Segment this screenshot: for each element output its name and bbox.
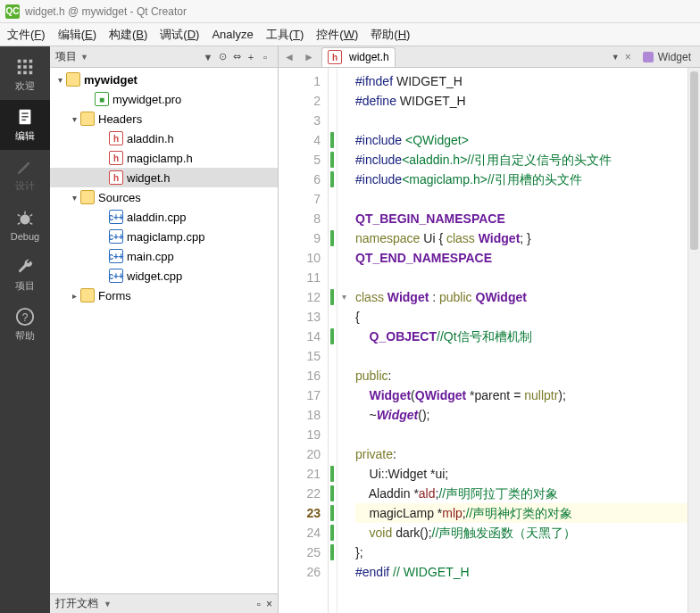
document-icon [15, 107, 35, 127]
tree-label: main.cpp [127, 250, 174, 263]
svg-rect-6 [18, 71, 21, 75]
tree-label: widget.cpp [127, 269, 182, 283]
folder-icon [80, 288, 95, 302]
tree-item-c3[interactable]: c++main.cpp [50, 246, 278, 266]
tree-item-root[interactable]: ▾mywidget [50, 70, 278, 89]
cpp-icon: c++ [109, 229, 123, 244]
line-numbers: 1234567891011121314151617181920212223242… [279, 68, 329, 613]
menu-tools[interactable]: 工具(T) [266, 27, 304, 43]
project-tree[interactable]: ▾mywidget■mywidget.pro▾Headershaladdin.h… [50, 68, 278, 593]
menu-edit[interactable]: 编辑(E) [58, 27, 96, 43]
tree-item-sources[interactable]: ▾Sources [50, 187, 278, 207]
header-file-icon: h [328, 50, 342, 64]
close-icon[interactable]: × [266, 598, 272, 610]
menu-widgets[interactable]: 控件(W) [316, 27, 358, 43]
bug-icon [15, 209, 35, 228]
svg-rect-11 [21, 116, 28, 117]
folder-icon [80, 112, 95, 126]
expand-icon[interactable]: ▸ [68, 291, 80, 301]
tree-label: aladdin.h [127, 132, 174, 145]
tree-item-c4[interactable]: c++widget.cpp [50, 266, 278, 286]
tree-item-forms[interactable]: ▸Forms [50, 286, 278, 305]
folder-icon [66, 72, 80, 87]
class-icon [642, 51, 654, 63]
h-icon: h [109, 170, 123, 185]
mode-projects[interactable]: 项目 [0, 250, 50, 300]
pro-icon: ■ [95, 92, 109, 106]
link-icon[interactable]: ⇔ [229, 50, 244, 64]
close-icon[interactable]: × [625, 51, 631, 63]
expand-icon[interactable]: ▾ [68, 193, 80, 203]
svg-rect-10 [21, 112, 28, 113]
filter-icon[interactable]: ▼ [201, 50, 215, 64]
mode-help[interactable]: ? 帮助 [0, 300, 50, 350]
code-area[interactable]: 1234567891011121314151617181920212223242… [279, 68, 700, 613]
tree-item-h2[interactable]: hmagiclamp.h [50, 148, 278, 168]
scrollbar[interactable] [688, 68, 700, 613]
cpp-icon: c++ [109, 210, 123, 224]
menu-analyze[interactable]: Analyze [212, 28, 253, 41]
add-icon[interactable]: + [244, 50, 258, 64]
change-marks [329, 68, 338, 613]
expand-icon[interactable]: ▾ [68, 114, 80, 124]
app-logo-icon: QC [5, 4, 20, 19]
cpp-icon: c++ [109, 249, 123, 263]
svg-point-13 [21, 214, 30, 224]
tree-item-pro[interactable]: ■mywidget.pro [50, 89, 278, 109]
editor-toolbar: ◄ ► h widget.h ▼ × Widget [279, 46, 700, 68]
chevron-down-icon[interactable]: ▼ [80, 53, 88, 62]
tree-label: widget.h [127, 171, 170, 185]
file-tab[interactable]: h widget.h [321, 47, 396, 67]
mode-edit[interactable]: 编辑 [0, 100, 50, 150]
code-content[interactable]: #ifndef WIDGET_H#define WIDGET_H #includ… [350, 68, 688, 613]
split-icon[interactable]: ▫ [257, 598, 261, 610]
chevron-down-icon[interactable]: ▼ [104, 600, 112, 609]
tree-item-c1[interactable]: c++aladdin.cpp [50, 207, 278, 227]
mode-design[interactable]: 设计 [0, 150, 50, 200]
sync-icon[interactable]: ⊙ [215, 50, 229, 64]
h-icon: h [109, 151, 123, 165]
symbol-context[interactable]: Widget [637, 51, 696, 63]
editor-pane: ◄ ► h widget.h ▼ × Widget 12345678910111… [279, 46, 700, 613]
expand-icon[interactable]: ▾ [54, 75, 66, 85]
title-bar: QC widget.h @ mywidget - Qt Creator [0, 0, 700, 23]
tree-item-headers[interactable]: ▾Headers [50, 109, 278, 128]
window-title: widget.h @ mywidget - Qt Creator [25, 5, 187, 18]
menu-debug[interactable]: 调试(D) [160, 27, 199, 43]
folder-icon [80, 190, 95, 204]
split-icon[interactable]: ▫ [258, 50, 272, 64]
tree-item-c2[interactable]: c++magiclamp.cpp [50, 227, 278, 246]
mode-bar: 欢迎 编辑 设计 Debug 项目 ? 帮助 [0, 46, 50, 613]
open-documents-label[interactable]: 打开文档 [55, 596, 98, 611]
wrench-icon [15, 257, 35, 277]
menu-help[interactable]: 帮助(H) [371, 27, 410, 43]
mode-welcome[interactable]: 欢迎 [0, 50, 50, 100]
svg-rect-0 [18, 60, 21, 63]
menu-file[interactable]: 文件(F) [7, 27, 46, 43]
nav-back-icon[interactable]: ◄ [282, 50, 296, 64]
svg-text:?: ? [22, 311, 29, 324]
mode-debug[interactable]: Debug [0, 200, 50, 250]
svg-rect-1 [23, 60, 27, 63]
panel-footer: 打开文档 ▼ ▫ × [50, 593, 278, 613]
menu-build[interactable]: 构建(B) [109, 27, 147, 43]
panel-title: 项目 [55, 49, 77, 64]
scrollbar-thumb[interactable] [690, 71, 698, 250]
tree-label: magiclamp.cpp [127, 230, 204, 244]
menu-bar: 文件(F) 编辑(E) 构建(B) 调试(D) Analyze 工具(T) 控件… [0, 23, 700, 46]
h-icon: h [109, 131, 123, 145]
tree-label: magiclamp.h [127, 152, 193, 165]
grid-icon [15, 57, 35, 77]
tree-item-h1[interactable]: haladdin.h [50, 128, 278, 148]
tree-label: aladdin.cpp [127, 211, 187, 224]
svg-rect-2 [29, 60, 33, 63]
fold-column[interactable]: ▾ [338, 68, 350, 613]
chevron-down-icon[interactable]: ▼ [612, 53, 620, 62]
svg-rect-7 [23, 71, 27, 75]
tree-item-h3[interactable]: hwidget.h [50, 168, 278, 187]
svg-rect-5 [29, 65, 33, 69]
nav-forward-icon[interactable]: ► [302, 50, 316, 64]
tree-label: mywidget.pro [112, 93, 181, 106]
pencil-icon [15, 157, 35, 177]
tree-label: mywidget [84, 73, 138, 87]
